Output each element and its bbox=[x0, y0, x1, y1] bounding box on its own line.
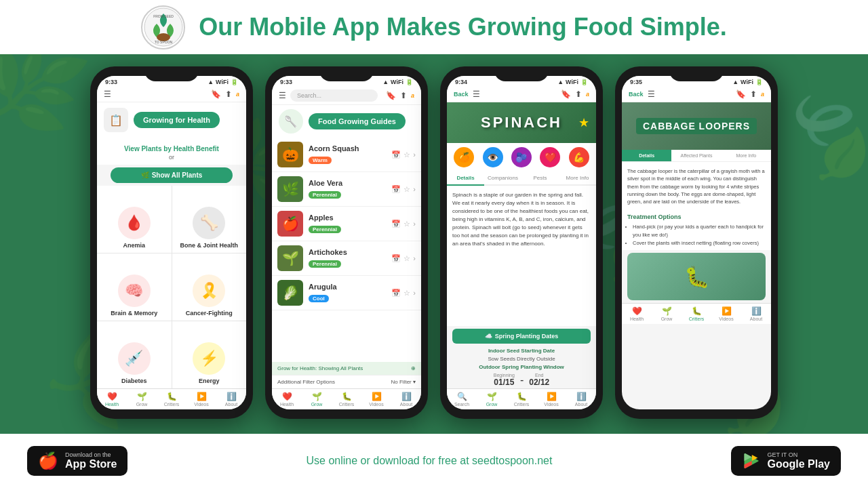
plant-item-0[interactable]: 🎃 Acorn Squash Warm 📅 ☆ › bbox=[272, 138, 421, 172]
back-button-4[interactable]: Back bbox=[629, 91, 644, 98]
pest-tab-details[interactable]: Details bbox=[622, 150, 671, 161]
nav-health-4[interactable]: ❤️ Health bbox=[622, 304, 652, 324]
pest-image: 🐛 bbox=[627, 253, 766, 300]
share-icon-3[interactable]: ⬆ bbox=[575, 89, 582, 99]
nav-about-1[interactable]: ℹ️ About bbox=[216, 389, 246, 409]
footer-tagline: Use online or download for free at seedt… bbox=[307, 455, 553, 467]
menu-icon-4[interactable]: ☰ bbox=[648, 89, 655, 99]
no-filter-btn[interactable]: No Filter ▾ bbox=[391, 379, 416, 385]
menu-icon[interactable]: ☰ bbox=[104, 89, 111, 99]
bottom-nav-4: ❤️ Health 🌱 Grow 🐛 Critters ▶️ Videos ℹ️ bbox=[622, 303, 771, 324]
nav-about-4[interactable]: ℹ️ About bbox=[741, 304, 771, 324]
plant-item-4[interactable]: 🥬 Arugula Cool 📅 ☆ › bbox=[272, 276, 421, 310]
health-cell-diabetes[interactable]: 💉 Diabetes bbox=[97, 321, 172, 388]
health-cell-cancer[interactable]: 🎗️ Cancer-Fighting bbox=[172, 253, 247, 321]
video-icon: ▶️ bbox=[197, 392, 207, 401]
back-button-3[interactable]: Back bbox=[454, 91, 469, 98]
info-icon-2: ℹ️ bbox=[401, 392, 412, 401]
tab-more-3[interactable]: More Info bbox=[559, 171, 596, 186]
calendar-icon-0[interactable]: 📅 bbox=[391, 150, 401, 159]
view-health-link[interactable]: View Plants by Health Benefit bbox=[124, 145, 219, 152]
grow-icon-3: 🌱 bbox=[487, 392, 497, 401]
amazon-icon-2[interactable]: a bbox=[411, 92, 414, 99]
nav-grow-1[interactable]: 🌱 Grow bbox=[127, 389, 157, 409]
health-cell-anemia[interactable]: 🩸 Anemia bbox=[97, 186, 172, 253]
nav-videos-4[interactable]: ▶️ Videos bbox=[711, 304, 741, 324]
nav-about-3[interactable]: ℹ️ About bbox=[566, 389, 596, 409]
nav-about-2[interactable]: ℹ️ About bbox=[391, 389, 421, 409]
share-icon[interactable]: ⬆ bbox=[225, 89, 232, 99]
show-all-button[interactable]: 🌿 Show All Plants bbox=[111, 167, 233, 183]
planting-button[interactable]: ☁️ Spring Planting Dates bbox=[452, 329, 591, 344]
tab-details-3[interactable]: Details bbox=[447, 171, 484, 186]
bookmark-icon-2[interactable]: 🔖 bbox=[386, 91, 396, 100]
grow-icon: 🌱 bbox=[137, 392, 147, 401]
search-input-2[interactable]: Search... bbox=[290, 89, 378, 102]
guides-header: 🥄 Food Growing Guides bbox=[272, 105, 421, 138]
search-icon-3: 🔍 bbox=[457, 392, 467, 401]
chevron-icon-1: › bbox=[413, 185, 416, 193]
menu-icon-3[interactable]: ☰ bbox=[473, 89, 480, 99]
calendar-icon-1[interactable]: 📅 bbox=[391, 185, 401, 194]
footer: 🍎 Download on the App Store Use online o… bbox=[0, 434, 868, 488]
google-play-text: GET IT ON Google Play bbox=[768, 451, 830, 470]
share-icon-4[interactable]: ⬆ bbox=[750, 89, 757, 99]
plant-item-3[interactable]: 🌱 Artichokes Perennial 📅 ☆ › bbox=[272, 241, 421, 276]
nav-critters-4[interactable]: 🐛 Critters bbox=[682, 304, 711, 324]
plant-actions-0: 📅 ☆ › bbox=[391, 150, 416, 159]
nav-videos-3[interactable]: ▶️ Videos bbox=[536, 389, 566, 409]
plant-info-4: Arugula Cool bbox=[309, 283, 386, 303]
energy-icon: ⚡ bbox=[193, 342, 225, 375]
amazon-icon[interactable]: a bbox=[236, 91, 239, 98]
tab-pests-3[interactable]: Pests bbox=[521, 171, 559, 186]
star-icon-0[interactable]: ☆ bbox=[403, 150, 410, 159]
calendar-icon-4[interactable]: 📅 bbox=[391, 289, 401, 298]
nav-videos-2[interactable]: ▶️ Videos bbox=[361, 389, 391, 409]
calendar-icon-3[interactable]: 📅 bbox=[391, 254, 401, 263]
grow-icon-2: 🌱 bbox=[312, 392, 322, 401]
nav-grow-2[interactable]: 🌱 Grow bbox=[302, 389, 332, 409]
nav-critters-3[interactable]: 🐛 Critters bbox=[507, 389, 536, 409]
nav-videos-1[interactable]: ▶️ Videos bbox=[186, 389, 216, 409]
chevron-icon-3: › bbox=[413, 254, 416, 262]
health-cell-brain[interactable]: 🧠 Brain & Memory bbox=[97, 253, 172, 321]
share-icon-2[interactable]: ⬆ bbox=[400, 91, 407, 100]
apple-store-badge[interactable]: 🍎 Download on the App Store bbox=[27, 446, 127, 476]
nav-health-1[interactable]: ❤️ Health bbox=[97, 389, 127, 409]
star-icon-2[interactable]: ☆ bbox=[403, 220, 410, 228]
nav-grow-3[interactable]: 🌱 Grow bbox=[477, 389, 507, 409]
bookmark-icon[interactable]: 🔖 bbox=[211, 89, 221, 99]
spinach-star[interactable]: ★ bbox=[578, 115, 589, 130]
nav-critters-2[interactable]: 🐛 Critters bbox=[332, 389, 361, 409]
star-icon-3[interactable]: ☆ bbox=[403, 254, 410, 263]
health-cell-bone[interactable]: 🦴 Bone & Joint Health bbox=[172, 186, 247, 253]
pest-tab-more[interactable]: More Info bbox=[722, 150, 771, 161]
star-icon-1[interactable]: ☆ bbox=[403, 185, 410, 194]
plant-info-2: Apples Perennial bbox=[309, 214, 386, 234]
pest-tabs: Details Affected Plants More Info bbox=[622, 150, 771, 162]
google-play-badge[interactable]: GET IT ON Google Play bbox=[731, 446, 841, 476]
nav-grow-4[interactable]: 🌱 Grow bbox=[652, 304, 682, 324]
plant-info-0: Acorn Squash Warm bbox=[309, 144, 386, 165]
tab-companions-3[interactable]: Companions bbox=[484, 171, 521, 186]
cloud-icon: ☁️ bbox=[485, 333, 492, 340]
health-cell-energy[interactable]: ⚡ Energy bbox=[172, 321, 247, 388]
nav-health-2[interactable]: ❤️ Health bbox=[272, 389, 302, 409]
bookmark-icon-4[interactable]: 🔖 bbox=[736, 89, 746, 99]
date-separator: - bbox=[520, 374, 524, 386]
menu-icon-2[interactable]: ☰ bbox=[279, 91, 286, 100]
amazon-icon-3[interactable]: a bbox=[586, 91, 589, 98]
bookmark-icon-3[interactable]: 🔖 bbox=[561, 89, 571, 99]
calendar-icon-2[interactable]: 📅 bbox=[391, 220, 401, 228]
amazon-icon-4[interactable]: a bbox=[761, 91, 764, 98]
nav-search-3[interactable]: 🔍 Search bbox=[447, 389, 477, 409]
plant-info-1: Aloe Vera Perennial bbox=[309, 179, 386, 199]
view-by-health: View Plants by Health Benefit or bbox=[97, 138, 246, 165]
plant-item-2[interactable]: 🍎 Apples Perennial 📅 ☆ › bbox=[272, 207, 421, 241]
filter-expand-icon[interactable]: ⊕ bbox=[411, 365, 416, 371]
plant-item-1[interactable]: 🌿 Aloe Vera Perennial 📅 ☆ › bbox=[272, 172, 421, 207]
star-icon-4[interactable]: ☆ bbox=[403, 289, 410, 298]
nav-critters-1[interactable]: 🐛 Critters bbox=[157, 389, 186, 409]
date-range: Beginning 01/15 - End 02/12 bbox=[447, 371, 596, 388]
pest-tab-affected[interactable]: Affected Plants bbox=[671, 150, 721, 161]
